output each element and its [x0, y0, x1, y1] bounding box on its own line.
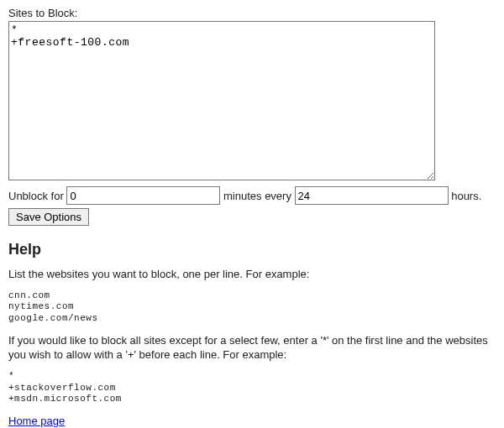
help-intro-text: List the websites you want to block, one…	[8, 267, 496, 282]
minutes-every-label: minutes every	[223, 190, 291, 202]
sites-to-block-textarea[interactable]	[8, 21, 435, 180]
unblock-for-label: Unblock for	[8, 190, 64, 202]
minutes-every-input[interactable]	[295, 186, 449, 205]
help-example-2: * +stackoverflow.com +msdn.microsoft.com	[8, 371, 496, 405]
unblock-for-input[interactable]	[66, 186, 220, 205]
sites-to-block-label: Sites to Block:	[8, 7, 496, 19]
help-example-1: cnn.com nytimes.com google.com/news	[8, 290, 496, 325]
help-allow-text: If you would like to block all sites exc…	[8, 333, 496, 363]
save-options-button[interactable]: Save Options	[8, 208, 89, 226]
home-page-link[interactable]: Home page	[8, 415, 65, 427]
help-heading: Help	[8, 241, 496, 258]
hours-label: hours.	[451, 190, 481, 202]
